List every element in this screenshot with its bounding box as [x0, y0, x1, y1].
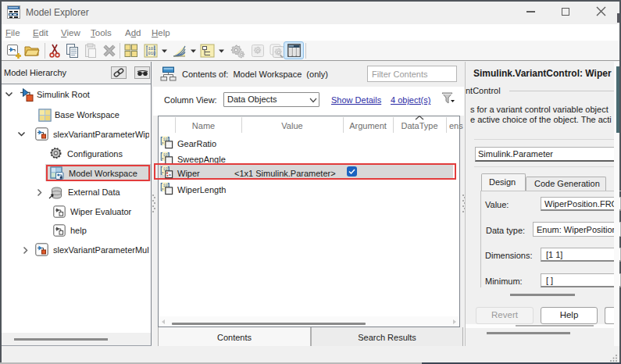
svg-text:010: 010: [148, 51, 156, 56]
